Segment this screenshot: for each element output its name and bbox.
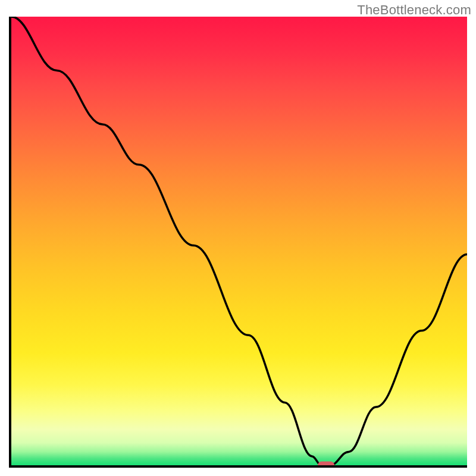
optimal-marker	[318, 462, 334, 468]
plot-area	[9, 17, 467, 468]
chart-container: TheBottleneck.com	[0, 0, 476, 476]
curve-line	[11, 17, 467, 465]
curve-svg	[11, 17, 467, 465]
attribution-text: TheBottleneck.com	[357, 2, 471, 18]
